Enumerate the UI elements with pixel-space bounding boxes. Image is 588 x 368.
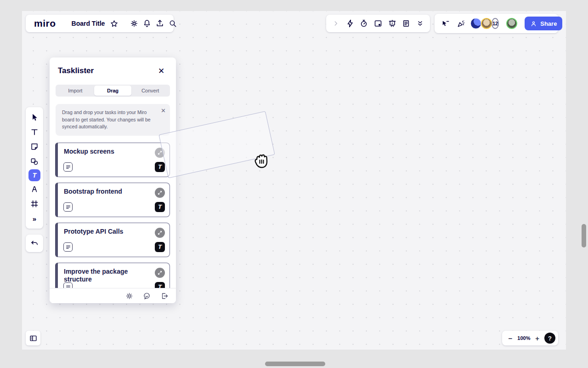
info-close-icon[interactable]: ✕ <box>161 108 166 114</box>
horizontal-scrollbar[interactable] <box>265 362 325 366</box>
tasklister-app-tool-active[interactable]: T <box>28 169 40 181</box>
notes-doc-icon[interactable] <box>400 17 413 30</box>
expand-icon[interactable] <box>155 228 165 238</box>
share-button[interactable]: Share <box>525 17 562 30</box>
undo-icon[interactable] <box>28 237 41 250</box>
pen-tool[interactable] <box>28 182 41 196</box>
expand-chevron-right-icon[interactable] <box>329 17 342 30</box>
quick-actions-bolt-icon[interactable] <box>344 17 356 30</box>
shapes-tool[interactable] <box>28 155 41 168</box>
share-person-icon <box>530 20 537 27</box>
text-tool[interactable] <box>28 125 41 139</box>
panel-footer <box>50 288 176 303</box>
zoom-level[interactable]: 100% <box>517 335 530 341</box>
collaborators-overflow-badge[interactable]: 12 <box>492 18 499 29</box>
task-title: Improve the package structure <box>64 268 151 283</box>
task-card[interactable]: Mockup screens T <box>56 143 170 177</box>
settings-gear-icon[interactable] <box>128 17 141 30</box>
task-title: Mockup screens <box>64 148 151 155</box>
undo-toolbar <box>26 235 43 252</box>
zoom-in-button[interactable]: + <box>534 334 541 342</box>
more-tools-chevrons[interactable]: » <box>28 212 41 225</box>
panel-title: Tasklister <box>58 66 94 75</box>
select-cursor-tool[interactable] <box>28 110 41 124</box>
tasklister-panel: Tasklister ✕ Import Drag Convert Drag an… <box>50 58 176 303</box>
board-title[interactable]: Board Title <box>67 20 108 27</box>
task-type-badge: T <box>155 202 165 212</box>
task-title: Bootstrap frontend <box>64 188 151 196</box>
header-tools-toolbar <box>326 15 430 32</box>
search-icon[interactable] <box>166 17 179 30</box>
feedback-smiley-icon[interactable] <box>141 290 152 301</box>
tab-drag[interactable]: Drag <box>94 86 132 96</box>
share-button-label: Share <box>540 20 557 27</box>
panel-close-icon[interactable]: ✕ <box>155 64 168 77</box>
hide-cursors-icon[interactable] <box>439 17 452 30</box>
export-upload-icon[interactable] <box>153 17 166 30</box>
zoom-out-button[interactable]: − <box>507 334 514 342</box>
task-card[interactable]: Prototype API Calls T <box>56 223 170 257</box>
reactions-icon[interactable] <box>455 17 468 30</box>
grab-hand-cursor <box>252 151 272 172</box>
expand-icon[interactable] <box>155 268 165 278</box>
info-banner: Drag and drop your tasks into your Miro … <box>56 104 170 136</box>
frames-panel-button[interactable] <box>26 331 40 345</box>
current-user-avatar[interactable] <box>506 18 517 29</box>
logout-icon[interactable] <box>158 290 170 301</box>
description-icon <box>63 202 73 212</box>
panel-tabs: Import Drag Convert <box>56 85 170 97</box>
description-icon <box>63 242 73 252</box>
collapse-double-chevron-icon[interactable] <box>414 17 427 30</box>
notifications-bell-icon[interactable] <box>141 17 153 30</box>
presentation-icon[interactable] <box>386 17 399 30</box>
timer-icon[interactable] <box>357 17 370 30</box>
help-button[interactable]: ? <box>544 333 555 344</box>
header-left-toolbar: miro Board Title <box>26 15 174 32</box>
description-icon <box>63 162 73 172</box>
screen-share-icon[interactable] <box>372 17 384 30</box>
left-toolbar: T » <box>26 107 43 229</box>
task-title: Prototype API Calls <box>64 228 151 236</box>
tab-import[interactable]: Import <box>57 86 94 96</box>
task-type-badge: T <box>155 162 165 172</box>
task-type-badge: T <box>155 242 165 252</box>
favorite-star-icon[interactable] <box>107 17 120 30</box>
plugin-settings-gear-icon[interactable] <box>124 290 135 301</box>
frames-panel-icon <box>29 334 38 343</box>
miro-logo[interactable]: miro <box>30 18 60 29</box>
task-card[interactable]: Bootstrap frontend T <box>56 183 170 217</box>
vertical-scrollbar[interactable] <box>582 224 586 247</box>
tab-convert[interactable]: Convert <box>131 86 169 96</box>
header-collab-toolbar: 12 Share <box>435 14 558 33</box>
expand-icon[interactable] <box>155 188 165 198</box>
info-banner-text: Drag and drop your tasks into your Miro … <box>62 109 151 129</box>
task-card-list: Mockup screens T Bootstrap frontend T Pr… <box>50 136 176 297</box>
collaborator-avatar[interactable] <box>470 18 481 29</box>
zoom-controls: − 100% + ? <box>502 331 558 345</box>
sticky-note-tool[interactable] <box>28 140 41 154</box>
collaborator-avatar[interactable] <box>481 18 492 29</box>
frame-tool[interactable] <box>28 197 41 211</box>
